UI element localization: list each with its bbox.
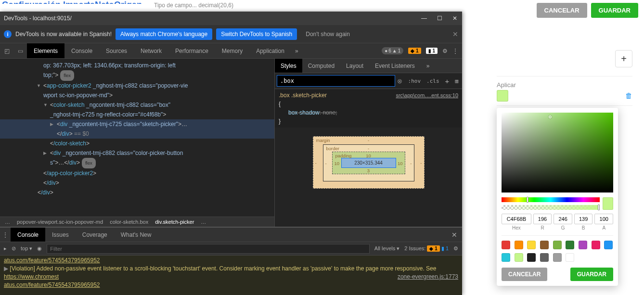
a-input[interactable] xyxy=(594,214,613,224)
tab-console[interactable]: Console xyxy=(64,43,99,58)
picker-cancel-button[interactable]: CANCELAR xyxy=(502,268,547,281)
crumb[interactable]: popover-viewport.sc-ion-popover-md xyxy=(17,219,103,225)
preset-swatch[interactable] xyxy=(566,253,574,262)
dont-show-button[interactable]: Don't show again xyxy=(301,28,355,40)
drawer-tab-whatsnew[interactable]: What's New xyxy=(114,228,158,242)
side-tab-event-listeners[interactable]: Event Listeners xyxy=(369,59,421,73)
hue-slider[interactable] xyxy=(502,197,600,202)
preset-swatch[interactable] xyxy=(540,253,549,262)
devtools-window: DevTools - localhost:9015/ — ☐ ✕ i DevTo… xyxy=(0,12,462,295)
hex-input[interactable] xyxy=(502,214,531,224)
hue-thumb xyxy=(527,197,528,203)
crumb[interactable]: … xyxy=(5,219,10,225)
sidebar-toggle-icon[interactable]: ▸ xyxy=(4,245,7,252)
tab-sources[interactable]: Sources xyxy=(99,43,134,58)
devtools-titlebar: DevTools - localhost:9015/ — ☐ ✕ xyxy=(0,12,462,25)
new-rule-icon[interactable]: + xyxy=(443,77,451,85)
preset-swatch[interactable] xyxy=(592,241,600,249)
drawer-tab-console[interactable]: Console xyxy=(11,228,45,242)
field-type-hint: Tipo de campo... decimal(20,6) xyxy=(154,2,233,9)
console-filter-input[interactable] xyxy=(47,244,369,254)
delete-icon[interactable]: 🗑 xyxy=(625,91,632,100)
live-expression-icon[interactable]: ◉ xyxy=(37,245,42,252)
preset-swatch[interactable] xyxy=(566,241,574,249)
device-icon[interactable]: ▭ xyxy=(13,43,27,58)
preset-swatch[interactable] xyxy=(502,241,510,249)
saturation-cursor xyxy=(549,115,552,118)
css-rule[interactable]: .box .sketch-pickersrc\app\com….ent.scss… xyxy=(275,89,462,128)
side-tab-layout[interactable]: Layout xyxy=(340,59,369,73)
dom-tree[interactable]: op: 367.703px; left: 1340.66px; transfor… xyxy=(0,59,274,217)
preset-swatch[interactable] xyxy=(604,241,613,249)
drawer-menu-icon[interactable]: ⋮ xyxy=(0,228,11,242)
crumb[interactable]: div.sketch-picker xyxy=(155,219,194,225)
context-selector[interactable]: top ▾ xyxy=(21,245,32,252)
cls-toggle[interactable]: .cls xyxy=(425,78,441,84)
hex-label: Hex xyxy=(502,225,531,231)
color-swatch[interactable] xyxy=(497,90,508,102)
clear-filter-icon[interactable]: ⊗ xyxy=(397,77,402,85)
tab-application[interactable]: Application xyxy=(249,43,291,58)
lang-message: DevTools is now available in Spanish! xyxy=(15,31,112,38)
settings-icon[interactable]: ⚙ xyxy=(442,48,448,54)
drawer-tab-issues[interactable]: Issues xyxy=(45,228,76,242)
g-input[interactable] xyxy=(554,214,572,224)
issues-link[interactable]: 2 Issues: ◆ 1 ▮ 1 xyxy=(404,245,449,252)
side-tab-computed[interactable]: Computed xyxy=(302,59,340,73)
picker-save-button[interactable]: GUARDAR xyxy=(570,268,613,281)
drawer-tab-coverage[interactable]: Coverage xyxy=(76,228,114,242)
styles-filter-input[interactable] xyxy=(277,75,395,87)
box-model: margin--- border--- padding 10 10 10 3 2… xyxy=(313,136,425,189)
preset-swatch[interactable] xyxy=(579,241,587,249)
alpha-slider[interactable] xyxy=(502,205,600,210)
crumb[interactable]: … xyxy=(201,219,206,225)
info-badge[interactable]: ▮ 1 xyxy=(426,48,438,54)
devtools-title: DevTools - localhost:9015/ xyxy=(4,15,72,22)
crumb[interactable]: color-sketch.box xyxy=(110,219,148,225)
inspect-icon[interactable]: ◰ xyxy=(0,43,13,58)
more-tabs-icon[interactable]: » xyxy=(291,43,302,58)
preset-swatch[interactable] xyxy=(553,253,562,262)
hov-toggle[interactable]: :hov xyxy=(406,78,423,84)
console-output[interactable]: atus.com/feature/5745543795965952 ▶ [Vio… xyxy=(0,256,462,295)
preset-swatch[interactable] xyxy=(515,253,523,262)
tab-memory[interactable]: Memory xyxy=(215,43,249,58)
add-button[interactable]: + xyxy=(615,50,632,67)
levels-selector[interactable]: All levels ▾ xyxy=(374,245,399,252)
b-input[interactable] xyxy=(574,214,593,224)
color-picker: Hex R G B A CANCELAR GUARDAR xyxy=(497,108,618,286)
tab-performance[interactable]: Performance xyxy=(168,43,215,58)
switch-lang-button[interactable]: Switch DevTools to Spanish xyxy=(216,28,297,40)
drawer-close-icon[interactable]: ✕ xyxy=(447,228,462,242)
preset-swatch[interactable] xyxy=(527,241,536,249)
preset-swatch[interactable] xyxy=(540,241,549,249)
r-input[interactable] xyxy=(533,214,552,224)
plus-icon: + xyxy=(621,53,627,64)
preset-swatch[interactable] xyxy=(502,253,510,262)
lang-close-icon[interactable]: ✕ xyxy=(452,30,458,38)
tab-elements[interactable]: Elements xyxy=(27,43,64,58)
menu-icon[interactable]: ⋮ xyxy=(452,48,458,54)
console-settings-icon[interactable]: ⚙ xyxy=(453,245,458,252)
tab-network[interactable]: Network xyxy=(134,43,168,58)
minimize-icon[interactable]: — xyxy=(421,15,427,22)
preset-swatch[interactable] xyxy=(515,241,523,249)
alpha-thumb xyxy=(598,205,600,210)
save-button[interactable]: GUARDAR xyxy=(591,3,638,18)
saturation-area[interactable] xyxy=(502,113,613,192)
cancel-button[interactable]: CANCELAR xyxy=(537,3,587,18)
preset-swatch[interactable] xyxy=(527,253,536,262)
maximize-icon[interactable]: ☐ xyxy=(436,15,443,22)
preset-swatch[interactable] xyxy=(553,241,562,249)
apply-label: Aplicar xyxy=(497,76,632,89)
warn-badge[interactable]: ◆ 1 xyxy=(408,48,421,54)
side-tab-styles[interactable]: Styles xyxy=(275,59,302,73)
clear-console-icon[interactable]: ⊘ xyxy=(12,245,16,252)
side-more-icon[interactable]: » xyxy=(421,59,436,73)
info-icon: i xyxy=(4,30,12,38)
match-lang-button[interactable]: Always match Chrome's language xyxy=(116,28,212,40)
computed-toggle-icon[interactable]: ▥ xyxy=(453,78,460,84)
breadcrumb[interactable]: …popover-viewport.sc-ion-popover-mdcolor… xyxy=(0,217,274,227)
dom-count: ● 6 ▲ 1 xyxy=(382,47,403,54)
close-icon[interactable]: ✕ xyxy=(451,15,458,22)
